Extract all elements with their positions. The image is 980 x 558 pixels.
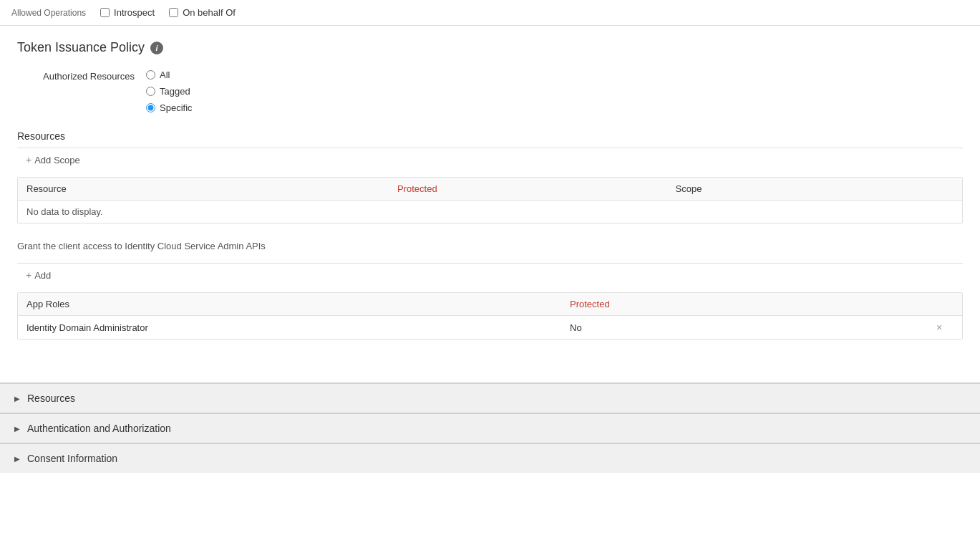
consent-label: Consent Information <box>27 453 117 464</box>
info-icon[interactable]: i <box>150 42 163 54</box>
on-behalf-of-group: On behalf Of <box>169 7 236 18</box>
allowed-operations-label: Allowed Operations <box>11 8 86 18</box>
authorized-resources-label: Authorized Resources <box>17 69 146 82</box>
protected2-col-header: Protected <box>570 299 932 309</box>
grant-divider <box>17 263 963 264</box>
no-data-text: No data to display. <box>26 206 954 217</box>
top-bar: Allowed Operations Introspect On behalf … <box>0 0 980 26</box>
resources-subtitle: Resources <box>17 130 963 148</box>
scope-col-header: Scope <box>676 183 954 194</box>
consent-chevron-icon: ▶ <box>14 455 20 463</box>
auth-chevron-icon: ▶ <box>14 425 20 433</box>
grant-table: App Roles Protected Identity Domain Admi… <box>17 292 963 340</box>
auth-authz-collapsible[interactable]: ▶ Authentication and Authorization <box>0 413 980 443</box>
grant-table-row: Identity Domain Administrator No × <box>18 316 962 339</box>
grant-section: Grant the client access to Identity Clou… <box>17 241 963 340</box>
consent-collapsible[interactable]: ▶ Consent Information <box>0 443 980 473</box>
radio-all-input[interactable] <box>146 70 155 80</box>
add-scope-plus-icon: + <box>26 154 31 165</box>
introspect-group: Introspect <box>100 7 155 18</box>
add-label: Add <box>34 270 51 281</box>
grant-title: Grant the client access to Identity Clou… <box>17 241 963 257</box>
resources-subsection: Resources + Add Scope Resource Protected… <box>17 130 963 223</box>
radio-specific-label: Specific <box>160 102 193 113</box>
introspect-label: Introspect <box>114 7 155 18</box>
add-scope-label: Add Scope <box>34 155 80 165</box>
app-roles-col-header: App Roles <box>26 299 570 309</box>
add-plus-icon: + <box>26 269 31 281</box>
app-role-cell: Identity Domain Administrator <box>26 322 570 333</box>
radio-all: All <box>146 69 193 80</box>
protected-col-header: Protected <box>397 183 676 194</box>
authorized-resources-radio-group: All Tagged Specific <box>146 69 193 113</box>
radio-tagged-label: Tagged <box>160 86 190 97</box>
resources-table: Resource Protected Scope No data to disp… <box>17 177 963 223</box>
protected-cell: No <box>570 322 932 333</box>
remove-row-button[interactable]: × <box>932 322 946 333</box>
resources-table-header: Resource Protected Scope <box>18 178 962 201</box>
resources-no-data-row: No data to display. <box>18 201 962 223</box>
on-behalf-of-checkbox[interactable] <box>169 8 178 17</box>
resources-collapsible[interactable]: ▶ Resources <box>0 383 980 413</box>
bottom-sections: ▶ Resources ▶ Authentication and Authori… <box>0 383 980 473</box>
resources-divider <box>17 148 963 148</box>
radio-all-label: All <box>160 69 170 80</box>
resources-chevron-icon: ▶ <box>14 395 20 403</box>
auth-authz-label: Authentication and Authorization <box>27 423 171 434</box>
grant-table-header: App Roles Protected <box>18 293 962 316</box>
main-content: Token Issuance Policy i Authorized Resou… <box>0 26 980 368</box>
add-button[interactable]: + Add <box>17 264 59 287</box>
authorized-resources-row: Authorized Resources All Tagged Specific <box>17 69 963 113</box>
resources-collapsible-label: Resources <box>27 393 75 404</box>
radio-tagged-input[interactable] <box>146 87 155 96</box>
radio-specific: Specific <box>146 102 193 113</box>
resource-col-header: Resource <box>26 183 397 194</box>
radio-tagged: Tagged <box>146 86 193 97</box>
token-issuance-title: Token Issuance Policy <box>17 40 145 55</box>
add-scope-button[interactable]: + Add Scope <box>17 148 89 171</box>
token-issuance-title-row: Token Issuance Policy i <box>17 40 963 55</box>
radio-specific-input[interactable] <box>146 103 155 112</box>
introspect-checkbox[interactable] <box>100 8 110 17</box>
on-behalf-of-label: On behalf Of <box>183 7 236 18</box>
